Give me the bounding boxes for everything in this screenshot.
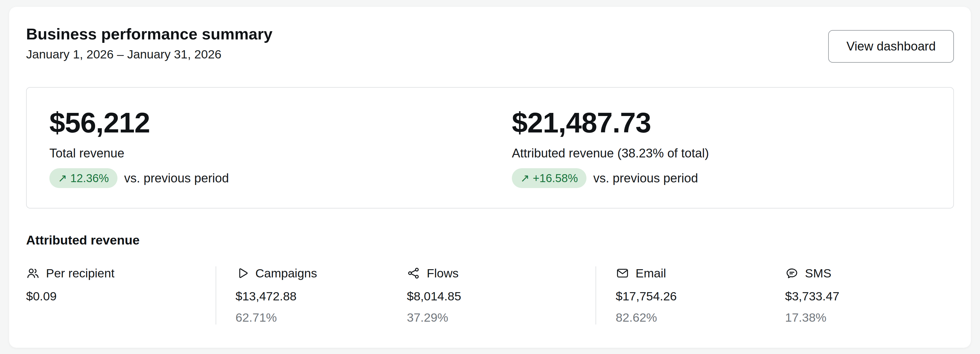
stat-per-recipient: Per recipient $0.09 (26, 266, 216, 324)
total-revenue-change-row: ↗ 12.36% vs. previous period (49, 168, 512, 188)
total-revenue-comparison-note: vs. previous period (124, 171, 229, 185)
stat-label: Email (636, 266, 666, 280)
stat-campaigns: Campaigns $13,472.88 62.71% (235, 266, 407, 324)
attributed-revenue-change-value: +16.58% (533, 171, 578, 185)
total-revenue-label: Total revenue (49, 146, 512, 160)
sms-icon (785, 266, 799, 280)
attributed-stats-row: Per recipient $0.09 Campaigns $13,472.88… (26, 266, 954, 324)
attributed-revenue-value: $21,487.73 (512, 108, 931, 137)
stat-head: Email (616, 266, 785, 280)
stat-value: $0.09 (26, 289, 216, 303)
stat-percent: 82.62% (616, 311, 785, 324)
page-background: { "header": { "title": "Business perform… (0, 0, 980, 354)
revenue-summary-panel: $56,212 Total revenue ↗ 12.36% vs. previ… (26, 87, 954, 208)
stat-email: Email $17,754.26 82.62% (616, 266, 785, 324)
stat-value: $17,754.26 (616, 289, 785, 303)
card-header: Business performance summary January 1, … (26, 24, 954, 63)
stat-percent: 17.38% (785, 311, 954, 324)
total-revenue-metric: $56,212 Total revenue ↗ 12.36% vs. previ… (49, 108, 512, 188)
play-icon (235, 266, 249, 280)
stat-sms: SMS $3,733.47 17.38% (785, 266, 954, 324)
stat-head: SMS (785, 266, 954, 280)
people-icon (26, 266, 40, 280)
attributed-revenue-heading: Attributed revenue (26, 233, 954, 248)
stat-label: Campaigns (255, 266, 317, 280)
stat-value: $3,733.47 (785, 289, 954, 303)
summary-card: Business performance summary January 1, … (9, 7, 971, 348)
trend-up-icon: ↗ (520, 173, 530, 184)
view-dashboard-button[interactable]: View dashboard (828, 30, 954, 63)
stat-flows: Flows $8,014.85 37.29% (407, 266, 595, 324)
stat-percent: 37.29% (407, 311, 595, 324)
stat-head: Per recipient (26, 266, 216, 280)
stat-percent: 62.71% (235, 311, 407, 324)
stat-head: Flows (407, 266, 595, 280)
attributed-revenue-change-row: ↗ +16.58% vs. previous period (512, 168, 931, 188)
date-range: January 1, 2026 – January 31, 2026 (26, 48, 272, 61)
page-title: Business performance summary (26, 24, 272, 43)
stat-label: Flows (427, 266, 458, 280)
vertical-divider (595, 266, 596, 324)
attributed-revenue-label: Attributed revenue (38.23% of total) (512, 146, 931, 160)
stat-value: $13,472.88 (235, 289, 407, 303)
flows-icon (407, 266, 420, 280)
total-revenue-change-badge: ↗ 12.36% (49, 168, 118, 188)
stat-label: SMS (805, 266, 831, 280)
vertical-divider (216, 266, 216, 324)
attributed-revenue-change-badge: ↗ +16.58% (512, 168, 587, 188)
attributed-revenue-comparison-note: vs. previous period (593, 171, 698, 185)
total-revenue-change-value: 12.36% (70, 171, 109, 185)
stat-value: $8,014.85 (407, 289, 595, 303)
total-revenue-value: $56,212 (49, 108, 512, 137)
trend-up-icon: ↗ (58, 173, 67, 184)
stat-label: Per recipient (46, 266, 115, 280)
header-text-block: Business performance summary January 1, … (26, 24, 272, 61)
stat-head: Campaigns (235, 266, 407, 280)
attributed-revenue-metric: $21,487.73 Attributed revenue (38.23% of… (512, 108, 931, 188)
email-icon (616, 266, 629, 280)
